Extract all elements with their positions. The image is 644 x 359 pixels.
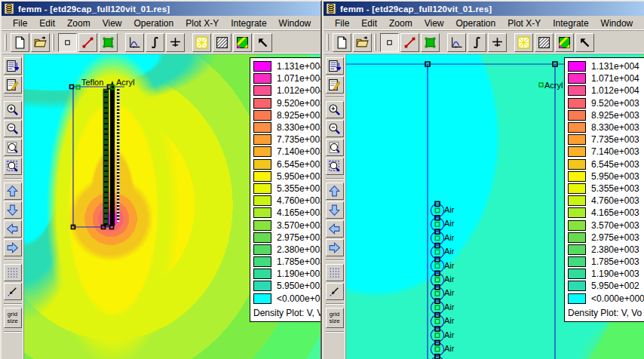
block-label-square-air[interactable] <box>435 333 440 338</box>
point-values-mode-button[interactable] <box>58 33 77 52</box>
point-props-list-button[interactable] <box>326 57 344 75</box>
pan-left-button[interactable] <box>4 220 22 238</box>
pan-down-button[interactable] <box>326 201 344 219</box>
electrode-bar-solid[interactable] <box>110 87 115 226</box>
show-vectors-button[interactable] <box>253 33 272 52</box>
menu-item-file[interactable]: File <box>329 17 355 30</box>
snap-to-grid-button[interactable] <box>4 283 22 300</box>
block-label-air[interactable]: Air <box>444 316 454 325</box>
normal-derivative-button[interactable] <box>166 33 185 52</box>
zoom-in-button[interactable] <box>326 101 344 118</box>
edit-properties-button[interactable] <box>326 76 344 94</box>
block-label-air[interactable]: Air <box>444 330 454 339</box>
new-file-button[interactable] <box>11 33 29 52</box>
menu-item-zoom[interactable]: Zoom <box>61 17 97 30</box>
block-label-air[interactable]: Air <box>444 261 454 270</box>
block-label-square-air[interactable] <box>435 347 440 351</box>
contour-mode-button[interactable] <box>78 33 97 52</box>
block-label-square-air[interactable] <box>435 222 440 227</box>
block-label-square-air[interactable] <box>435 250 440 254</box>
color-density-button[interactable] <box>555 33 574 52</box>
show-grid-button[interactable] <box>4 264 22 281</box>
menu-item-view[interactable]: View <box>97 17 128 30</box>
pan-down-button[interactable] <box>4 201 22 219</box>
block-label-square-air[interactable] <box>435 292 440 296</box>
pan-up-button[interactable] <box>326 183 344 200</box>
block-label-square-air[interactable] <box>435 236 440 241</box>
color-density-button[interactable] <box>233 33 252 52</box>
block-label-air[interactable]: Air <box>444 205 454 214</box>
block-label-square-acryl[interactable] <box>539 83 543 87</box>
electrode-bar-striped[interactable] <box>103 89 109 226</box>
line-integral-button[interactable] <box>146 33 164 52</box>
open-file-button[interactable] <box>353 33 372 52</box>
block-mode-button[interactable] <box>421 33 440 52</box>
grid-size-button[interactable]: gridsize <box>4 308 22 328</box>
new-file-button[interactable] <box>333 33 351 52</box>
contour-mode-button[interactable] <box>400 33 419 52</box>
menu-item-operation[interactable]: Operation <box>450 17 502 30</box>
block-label-air[interactable]: Air <box>444 233 454 242</box>
menu-item-zoom[interactable]: Zoom <box>383 17 419 30</box>
normal-derivative-button[interactable] <box>488 33 507 52</box>
snap-to-grid-button[interactable] <box>326 283 344 300</box>
menu-item-edit[interactable]: Edit <box>355 17 383 30</box>
menu-item-edit[interactable]: Edit <box>33 17 61 30</box>
zoom-out-button[interactable] <box>4 120 22 137</box>
title-bar[interactable]: femm - [etd29cap_full120vit_01.res] <box>2 2 320 16</box>
block-label-square-air[interactable] <box>435 319 440 324</box>
line-integral-button[interactable] <box>468 33 486 52</box>
menu-item-plot-x-y[interactable]: Plot X-Y <box>179 17 225 30</box>
greyscale-density-button[interactable] <box>213 33 232 52</box>
block-mode-button[interactable] <box>99 33 118 52</box>
block-label-air[interactable]: Air <box>444 219 454 228</box>
point-values-mode-button[interactable] <box>380 33 399 52</box>
pan-right-button[interactable] <box>326 239 344 256</box>
plot-xy-button[interactable] <box>447 33 466 52</box>
menu-item-operation[interactable]: Operation <box>128 17 180 30</box>
block-label-air[interactable]: Air <box>444 344 454 353</box>
block-label-acryl[interactable]: Acryl <box>116 78 134 87</box>
block-label-air[interactable]: Air <box>444 275 454 284</box>
menu-item-file[interactable]: File <box>7 17 33 30</box>
zoom-natural-button[interactable] <box>4 139 22 156</box>
show-vectors-button[interactable] <box>575 33 594 52</box>
menu-item-integrate[interactable]: Integrate <box>547 17 594 30</box>
air-hole-chain[interactable] <box>431 201 443 359</box>
greyscale-density-button[interactable] <box>535 33 554 52</box>
block-label-square-air[interactable] <box>435 208 440 213</box>
block-label-square-air[interactable] <box>435 278 440 282</box>
zoom-natural-button[interactable] <box>326 139 344 156</box>
menu-item-view[interactable]: View <box>419 17 450 30</box>
zoom-in-button[interactable] <box>4 101 22 118</box>
block-label-air[interactable]: Air <box>444 247 454 256</box>
density-plot-view-full[interactable]: Teflon Acryl 1.131e+0041.071e+0041.012e+… <box>24 54 320 359</box>
grid-size-button[interactable]: gridsize <box>326 308 344 328</box>
menu-item-plot-x-y[interactable]: Plot X-Y <box>501 17 547 30</box>
point-props-list-button[interactable] <box>4 57 22 75</box>
show-mesh-button[interactable] <box>192 33 211 52</box>
zoom-extents-button[interactable] <box>4 158 22 175</box>
pan-right-button[interactable] <box>4 239 22 256</box>
block-label-teflon[interactable]: Teflon <box>81 78 103 87</box>
block-label-air[interactable]: Air <box>444 288 454 297</box>
density-plot-view-zoomed[interactable]: AirAirAirAirAirAirAirAirAirAirAirAir Acr… <box>346 54 644 359</box>
plot-xy-button[interactable] <box>125 33 144 52</box>
menu-item-window[interactable]: Window <box>595 17 639 30</box>
show-mesh-button[interactable] <box>514 33 533 52</box>
edit-properties-button[interactable] <box>4 76 22 94</box>
open-file-button[interactable] <box>31 33 50 52</box>
block-label-square-air[interactable] <box>435 264 440 268</box>
pan-left-button[interactable] <box>326 220 344 238</box>
zoom-extents-button[interactable] <box>326 158 344 175</box>
show-grid-button[interactable] <box>326 264 344 281</box>
block-label-air[interactable]: Air <box>444 302 454 311</box>
boundary-rectangle[interactable] <box>73 87 124 227</box>
block-label-acryl[interactable]: Acryl <box>544 81 563 90</box>
menu-item-integrate[interactable]: Integrate <box>225 17 272 30</box>
menu-item-window[interactable]: Window <box>273 17 317 30</box>
menu-item-help[interactable]: Help <box>639 17 644 30</box>
zoom-out-button[interactable] <box>326 120 344 137</box>
pan-up-button[interactable] <box>4 183 22 200</box>
block-label-square-air[interactable] <box>435 305 440 310</box>
